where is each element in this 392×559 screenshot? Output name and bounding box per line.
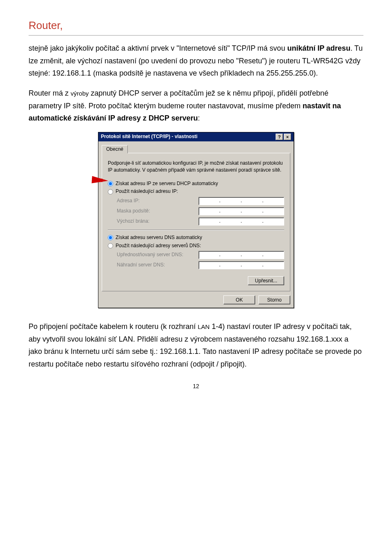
input-subnet-mask[interactable]: ...: [198, 207, 284, 215]
page-heading: Router,: [29, 16, 363, 36]
ok-button[interactable]: OK: [223, 295, 255, 304]
close-button[interactable]: ×: [284, 134, 291, 140]
para2-small: výroby: [71, 90, 89, 97]
tcpip-properties-dialog: Protokol sítě Internet (TCP/IP) - vlastn…: [98, 132, 294, 308]
paragraph-2: Router má z výroby zapnutý DHCP server a…: [29, 87, 363, 125]
input-ip-address[interactable]: ...: [198, 197, 284, 205]
tab-general[interactable]: Obecné: [102, 145, 128, 154]
radio-use-dns-manual-label: Použít následující adresy serverů DNS:: [116, 243, 201, 249]
cancel-button[interactable]: Storno: [258, 295, 290, 304]
paragraph-1: stejně jako jakýkoliv počítač a aktivní …: [29, 42, 363, 80]
label-subnet-mask: Maska podsítě:: [117, 208, 198, 215]
para3-pre: Po připojení počítače kabelem k routeru …: [29, 322, 198, 331]
para2-post: :: [198, 114, 200, 122]
separator: [108, 230, 284, 230]
label-preferred-dns: Upřednostňovaný server DNS:: [117, 252, 198, 258]
para3-small: LAN: [198, 323, 209, 330]
input-alternate-dns[interactable]: ...: [198, 261, 284, 269]
advanced-button[interactable]: Upřesnit...: [248, 276, 284, 285]
dialog-title: Protokol sítě Internet (TCP/IP) - vlastn…: [101, 134, 275, 140]
help-button[interactable]: ?: [276, 134, 283, 140]
para2-pre: Router má z: [29, 89, 71, 97]
paragraph-3: Po připojení počítače kabelem k routeru …: [29, 320, 363, 370]
radio-obtain-ip-auto-label: Získat adresu IP ze serveru DHCP automat…: [116, 181, 218, 187]
page-number: 12: [29, 382, 363, 391]
para1-bold: unikátní IP adresu: [287, 44, 350, 52]
label-ip-address: Adresa IP:: [117, 198, 198, 204]
radio-use-ip-manual[interactable]: [108, 189, 113, 195]
para1-pre: stejně jako jakýkoliv počítač a aktivní …: [29, 44, 287, 52]
radio-obtain-dns-auto[interactable]: [108, 235, 113, 240]
radio-use-ip-manual-label: Použít následující adresu IP:: [116, 188, 178, 195]
radio-obtain-ip-auto[interactable]: [108, 181, 113, 186]
red-arrow-annotation: [91, 176, 108, 184]
input-default-gateway[interactable]: ...: [198, 217, 284, 226]
radio-obtain-dns-auto-label: Získat adresu serveru DNS automaticky: [116, 235, 202, 241]
label-default-gateway: Výchozí brána:: [117, 218, 198, 225]
radio-use-dns-manual[interactable]: [108, 243, 113, 248]
dialog-description: Podporuje-li síť automatickou konfigurac…: [108, 160, 284, 173]
input-preferred-dns[interactable]: ...: [198, 251, 284, 259]
label-alternate-dns: Náhradní server DNS:: [117, 262, 198, 268]
